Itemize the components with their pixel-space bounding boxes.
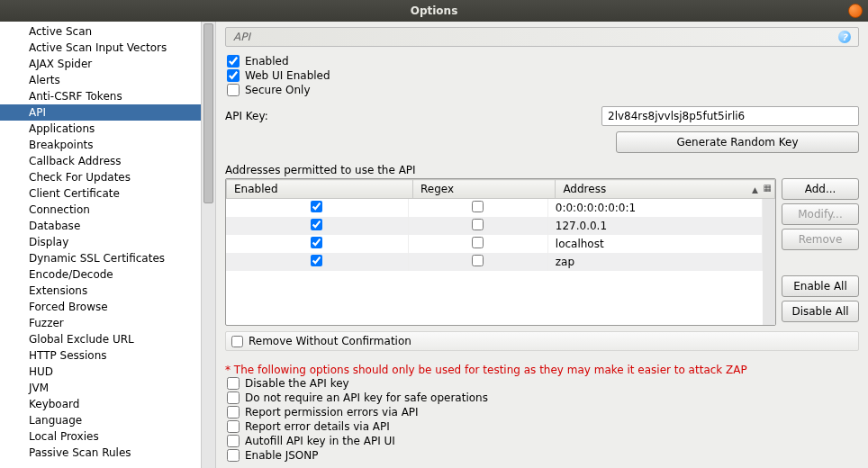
no-key-safe-label: Do not require an API key for safe opera… bbox=[245, 392, 488, 404]
report-perm-label: Report permission errors via API bbox=[245, 406, 419, 418]
warning-text: * The following options should only be u… bbox=[225, 364, 859, 376]
sidebar-item-client-certificate[interactable]: Client Certificate bbox=[0, 185, 215, 202]
row-enabled-checkbox[interactable] bbox=[311, 201, 322, 212]
window-title: Options bbox=[411, 4, 458, 17]
row-regex-checkbox[interactable] bbox=[472, 219, 484, 230]
disable-all-button[interactable]: Disable All bbox=[782, 301, 859, 322]
titlebar: Options bbox=[0, 0, 868, 22]
sidebar-item-display[interactable]: Display bbox=[0, 234, 215, 250]
table-row[interactable]: localhost bbox=[226, 235, 763, 253]
webui-enabled-label: Web UI Enabled bbox=[245, 69, 330, 82]
remove-without-confirm-label: Remove Without Confirmation bbox=[249, 335, 411, 347]
column-picker-icon[interactable]: ▦ bbox=[764, 183, 772, 193]
sidebar-item-extensions[interactable]: Extensions bbox=[0, 283, 215, 299]
table-row[interactable]: zap bbox=[226, 253, 763, 271]
enable-jsonp-label: Enable JSONP bbox=[245, 449, 319, 462]
report-err-checkbox[interactable] bbox=[227, 420, 240, 433]
addresses-heading: Addresses permitted to use the API bbox=[225, 164, 859, 176]
enable-all-button[interactable]: Enable All bbox=[782, 275, 859, 297]
help-icon[interactable]: ? bbox=[838, 31, 851, 43]
report-perm-checkbox[interactable] bbox=[227, 406, 240, 418]
webui-enabled-checkbox[interactable] bbox=[227, 69, 240, 82]
sidebar-item-encode-decode[interactable]: Encode/Decode bbox=[0, 266, 215, 283]
row-regex-checkbox[interactable] bbox=[472, 237, 484, 248]
enable-jsonp-checkbox[interactable] bbox=[227, 449, 240, 462]
sidebar-item-active-scan-input-vectors[interactable]: Active Scan Input Vectors bbox=[0, 40, 215, 56]
generate-key-button[interactable]: Generate Random Key bbox=[616, 131, 859, 153]
sidebar-item-callback-address[interactable]: Callback Address bbox=[0, 153, 215, 169]
sidebar-item-applications[interactable]: Applications bbox=[0, 121, 215, 137]
sidebar-item-jvm[interactable]: JVM bbox=[0, 380, 215, 396]
row-regex-checkbox[interactable] bbox=[472, 255, 484, 266]
remove-button[interactable]: Remove bbox=[782, 229, 859, 250]
autofill-key-checkbox[interactable] bbox=[227, 435, 240, 447]
table-scrollbar[interactable] bbox=[763, 199, 775, 325]
section-header: API ? bbox=[225, 27, 859, 47]
secure-only-checkbox[interactable] bbox=[227, 84, 240, 96]
sidebar-item-fuzzer[interactable]: Fuzzer bbox=[0, 315, 215, 331]
api-key-input[interactable] bbox=[601, 106, 859, 126]
row-address: localhost bbox=[547, 235, 762, 253]
no-key-safe-checkbox[interactable] bbox=[227, 392, 240, 404]
sidebar-item-check-for-updates[interactable]: Check For Updates bbox=[0, 169, 215, 185]
sidebar-item-ajax-spider[interactable]: AJAX Spider bbox=[0, 56, 215, 72]
sidebar-item-breakpoints[interactable]: Breakpoints bbox=[0, 137, 215, 153]
remove-without-confirm-checkbox[interactable] bbox=[231, 336, 243, 347]
table-row[interactable]: 0:0:0:0:0:0:0:1 bbox=[226, 199, 763, 217]
addresses-table: Enabled Regex Address▲▦ 0:0:0:0:0:0:0:11… bbox=[225, 178, 776, 326]
col-address[interactable]: Address▲▦ bbox=[556, 180, 775, 199]
row-address: 127.0.0.1 bbox=[547, 217, 762, 235]
row-address: 0:0:0:0:0:0:0:1 bbox=[547, 199, 762, 217]
add-button[interactable]: Add... bbox=[782, 178, 859, 200]
row-enabled-checkbox[interactable] bbox=[311, 219, 322, 230]
sidebar-item-keyboard[interactable]: Keyboard bbox=[0, 396, 215, 412]
sidebar-item-anti-csrf-tokens[interactable]: Anti-CSRF Tokens bbox=[0, 88, 215, 104]
main-panel: API ? Enabled Web UI Enabled Secure Only… bbox=[216, 22, 868, 468]
sidebar-item-hud[interactable]: HUD bbox=[0, 364, 215, 380]
sidebar-item-http-sessions[interactable]: HTTP Sessions bbox=[0, 347, 215, 364]
sidebar-item-dynamic-ssl-certificates[interactable]: Dynamic SSL Certificates bbox=[0, 250, 215, 266]
col-enabled[interactable]: Enabled bbox=[227, 180, 413, 199]
close-icon[interactable] bbox=[848, 4, 863, 18]
secure-only-label: Secure Only bbox=[245, 84, 311, 96]
sidebar-item-language[interactable]: Language bbox=[0, 412, 215, 428]
modify-button[interactable]: Modify... bbox=[782, 203, 859, 225]
sidebar-item-passive-scan-rules[interactable]: Passive Scan Rules bbox=[0, 445, 215, 461]
sidebar-item-active-scan[interactable]: Active Scan bbox=[0, 23, 215, 40]
row-enabled-checkbox[interactable] bbox=[311, 237, 322, 248]
content: Active ScanActive Scan Input VectorsAJAX… bbox=[0, 22, 868, 468]
sort-asc-icon: ▲ bbox=[752, 185, 758, 194]
sidebar-item-local-proxies[interactable]: Local Proxies bbox=[0, 428, 215, 445]
col-regex[interactable]: Regex bbox=[413, 180, 556, 199]
disable-api-key-label: Disable the API key bbox=[245, 377, 349, 390]
row-regex-checkbox[interactable] bbox=[472, 201, 484, 212]
sidebar: Active ScanActive Scan Input VectorsAJAX… bbox=[0, 22, 216, 468]
sidebar-item-connection[interactable]: Connection bbox=[0, 202, 215, 218]
autofill-key-label: Autofill API key in the API UI bbox=[245, 435, 395, 447]
sidebar-item-global-exclude-url[interactable]: Global Exclude URL bbox=[0, 331, 215, 347]
table-row[interactable]: 127.0.0.1 bbox=[226, 217, 763, 235]
disable-api-key-checkbox[interactable] bbox=[227, 377, 240, 390]
api-key-label: API Key: bbox=[225, 110, 594, 122]
sidebar-item-api[interactable]: API bbox=[0, 104, 215, 121]
sidebar-item-forced-browse[interactable]: Forced Browse bbox=[0, 299, 215, 315]
sidebar-scrollbar[interactable] bbox=[201, 22, 215, 468]
row-enabled-checkbox[interactable] bbox=[311, 255, 322, 266]
sidebar-item-database[interactable]: Database bbox=[0, 218, 215, 234]
report-err-label: Report error details via API bbox=[245, 420, 390, 433]
enabled-checkbox[interactable] bbox=[227, 55, 240, 68]
row-address: zap bbox=[547, 253, 762, 271]
sidebar-item-alerts[interactable]: Alerts bbox=[0, 72, 215, 88]
enabled-label: Enabled bbox=[245, 55, 289, 68]
section-title: API bbox=[233, 31, 250, 43]
